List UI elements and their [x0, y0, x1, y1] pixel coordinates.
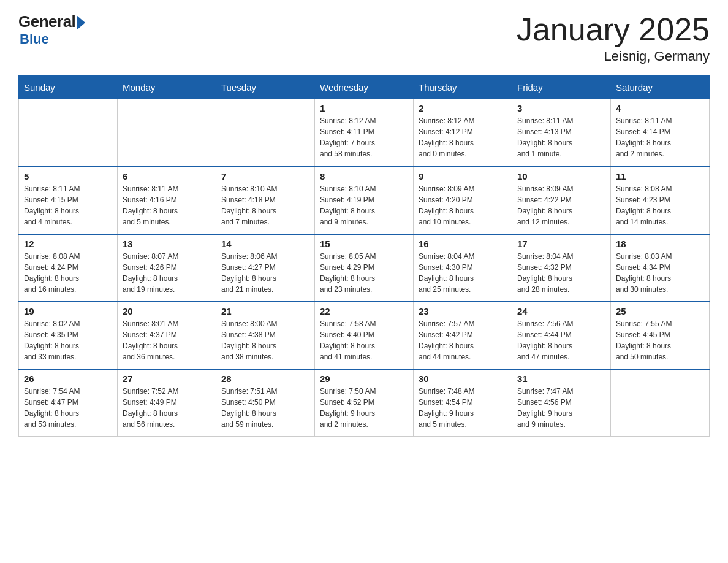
calendar-week-row: 12Sunrise: 8:08 AM Sunset: 4:24 PM Dayli… [19, 234, 710, 302]
day-number: 3 [517, 103, 605, 113]
day-info: Sunrise: 8:08 AM Sunset: 4:23 PM Dayligh… [616, 183, 704, 228]
day-number: 20 [123, 306, 211, 316]
day-info: Sunrise: 8:00 AM Sunset: 4:38 PM Dayligh… [221, 318, 309, 362]
day-info: Sunrise: 7:57 AM Sunset: 4:42 PM Dayligh… [419, 318, 507, 362]
day-info: Sunrise: 7:52 AM Sunset: 4:49 PM Dayligh… [123, 386, 211, 430]
calendar-header-cell: Thursday [414, 76, 512, 99]
calendar-cell: 26Sunrise: 7:54 AM Sunset: 4:47 PM Dayli… [19, 369, 118, 437]
calendar-cell: 14Sunrise: 8:06 AM Sunset: 4:27 PM Dayli… [216, 234, 315, 302]
day-number: 22 [320, 306, 408, 316]
day-number: 21 [221, 306, 309, 316]
day-number: 1 [320, 103, 408, 113]
calendar-cell: 24Sunrise: 7:56 AM Sunset: 4:44 PM Dayli… [512, 302, 611, 369]
day-info: Sunrise: 7:47 AM Sunset: 4:56 PM Dayligh… [517, 386, 605, 430]
day-number: 28 [221, 373, 309, 384]
day-number: 15 [320, 239, 408, 249]
day-number: 27 [123, 373, 211, 384]
calendar-cell: 31Sunrise: 7:47 AM Sunset: 4:56 PM Dayli… [512, 369, 611, 437]
day-number: 23 [419, 306, 507, 316]
day-number: 12 [24, 239, 112, 249]
day-info: Sunrise: 8:12 AM Sunset: 4:11 PM Dayligh… [320, 115, 408, 159]
day-info: Sunrise: 7:50 AM Sunset: 4:52 PM Dayligh… [320, 386, 408, 430]
calendar-header-cell: Tuesday [216, 76, 315, 99]
day-number: 30 [419, 373, 507, 384]
day-info: Sunrise: 8:11 AM Sunset: 4:15 PM Dayligh… [24, 183, 112, 228]
day-info: Sunrise: 7:56 AM Sunset: 4:44 PM Dayligh… [517, 318, 605, 362]
calendar-cell: 17Sunrise: 8:04 AM Sunset: 4:32 PM Dayli… [512, 234, 611, 302]
day-info: Sunrise: 8:03 AM Sunset: 4:34 PM Dayligh… [616, 251, 704, 295]
day-number: 13 [123, 239, 211, 249]
calendar-cell: 1Sunrise: 8:12 AM Sunset: 4:11 PM Daylig… [315, 99, 414, 167]
calendar-cell: 19Sunrise: 8:02 AM Sunset: 4:35 PM Dayli… [19, 302, 118, 369]
day-number: 18 [616, 239, 704, 249]
calendar-cell: 29Sunrise: 7:50 AM Sunset: 4:52 PM Dayli… [315, 369, 414, 437]
day-number: 4 [616, 103, 704, 113]
day-number: 5 [24, 171, 112, 182]
day-info: Sunrise: 7:51 AM Sunset: 4:50 PM Dayligh… [221, 386, 309, 430]
calendar-cell: 13Sunrise: 8:07 AM Sunset: 4:26 PM Dayli… [118, 234, 216, 302]
day-info: Sunrise: 8:07 AM Sunset: 4:26 PM Dayligh… [123, 251, 211, 295]
calendar-header-cell: Monday [118, 76, 216, 99]
day-info: Sunrise: 8:11 AM Sunset: 4:14 PM Dayligh… [616, 115, 704, 159]
calendar-cell: 22Sunrise: 7:58 AM Sunset: 4:40 PM Dayli… [315, 302, 414, 369]
page-title: January 2025 [517, 12, 710, 47]
day-number: 14 [221, 239, 309, 249]
calendar-cell: 16Sunrise: 8:04 AM Sunset: 4:30 PM Dayli… [414, 234, 512, 302]
day-number: 24 [517, 306, 605, 316]
calendar-cell: 8Sunrise: 8:10 AM Sunset: 4:19 PM Daylig… [315, 167, 414, 234]
day-number: 25 [616, 306, 704, 316]
calendar-cell: 30Sunrise: 7:48 AM Sunset: 4:54 PM Dayli… [414, 369, 512, 437]
calendar-cell: 7Sunrise: 8:10 AM Sunset: 4:18 PM Daylig… [216, 167, 315, 234]
calendar-cell: 15Sunrise: 8:05 AM Sunset: 4:29 PM Dayli… [315, 234, 414, 302]
day-number: 11 [616, 171, 704, 182]
logo-general-text: General [18, 12, 75, 31]
calendar-cell [118, 99, 216, 167]
calendar-cell: 25Sunrise: 7:55 AM Sunset: 4:45 PM Dayli… [611, 302, 710, 369]
calendar-cell [611, 369, 710, 437]
day-info: Sunrise: 7:48 AM Sunset: 4:54 PM Dayligh… [419, 386, 507, 430]
calendar-cell: 21Sunrise: 8:00 AM Sunset: 4:38 PM Dayli… [216, 302, 315, 369]
day-info: Sunrise: 7:55 AM Sunset: 4:45 PM Dayligh… [616, 318, 704, 362]
calendar-cell: 11Sunrise: 8:08 AM Sunset: 4:23 PM Dayli… [611, 167, 710, 234]
day-number: 9 [419, 171, 507, 182]
calendar-cell: 28Sunrise: 7:51 AM Sunset: 4:50 PM Dayli… [216, 369, 315, 437]
calendar-cell: 4Sunrise: 8:11 AM Sunset: 4:14 PM Daylig… [611, 99, 710, 167]
logo: General Blue [18, 12, 85, 47]
calendar-header-row: SundayMondayTuesdayWednesdayThursdayFrid… [19, 76, 710, 99]
day-number: 2 [419, 103, 507, 113]
day-info: Sunrise: 7:54 AM Sunset: 4:47 PM Dayligh… [24, 386, 112, 430]
day-info: Sunrise: 8:10 AM Sunset: 4:18 PM Dayligh… [221, 183, 309, 228]
calendar-cell: 6Sunrise: 8:11 AM Sunset: 4:16 PM Daylig… [118, 167, 216, 234]
calendar-cell: 23Sunrise: 7:57 AM Sunset: 4:42 PM Dayli… [414, 302, 512, 369]
day-info: Sunrise: 8:05 AM Sunset: 4:29 PM Dayligh… [320, 251, 408, 295]
page-subtitle: Leisnig, Germany [517, 48, 710, 64]
calendar-header-cell: Saturday [611, 76, 710, 99]
calendar-cell: 2Sunrise: 8:12 AM Sunset: 4:12 PM Daylig… [414, 99, 512, 167]
day-info: Sunrise: 8:01 AM Sunset: 4:37 PM Dayligh… [123, 318, 211, 362]
calendar-cell: 9Sunrise: 8:09 AM Sunset: 4:20 PM Daylig… [414, 167, 512, 234]
day-info: Sunrise: 8:11 AM Sunset: 4:16 PM Dayligh… [123, 183, 211, 228]
day-info: Sunrise: 8:06 AM Sunset: 4:27 PM Dayligh… [221, 251, 309, 295]
day-info: Sunrise: 8:11 AM Sunset: 4:13 PM Dayligh… [517, 115, 605, 159]
day-info: Sunrise: 8:10 AM Sunset: 4:19 PM Dayligh… [320, 183, 408, 228]
calendar-cell: 10Sunrise: 8:09 AM Sunset: 4:22 PM Dayli… [512, 167, 611, 234]
day-number: 26 [24, 373, 112, 384]
calendar-cell: 18Sunrise: 8:03 AM Sunset: 4:34 PM Dayli… [611, 234, 710, 302]
calendar-table: SundayMondayTuesdayWednesdayThursdayFrid… [18, 75, 710, 437]
day-info: Sunrise: 8:04 AM Sunset: 4:30 PM Dayligh… [419, 251, 507, 295]
calendar-header-cell: Sunday [19, 76, 118, 99]
day-info: Sunrise: 8:12 AM Sunset: 4:12 PM Dayligh… [419, 115, 507, 159]
logo-blue-text: Blue [20, 31, 49, 47]
calendar-cell: 3Sunrise: 8:11 AM Sunset: 4:13 PM Daylig… [512, 99, 611, 167]
calendar-body: 1Sunrise: 8:12 AM Sunset: 4:11 PM Daylig… [19, 99, 710, 437]
day-number: 7 [221, 171, 309, 182]
calendar-cell: 27Sunrise: 7:52 AM Sunset: 4:49 PM Dayli… [118, 369, 216, 437]
calendar-week-row: 19Sunrise: 8:02 AM Sunset: 4:35 PM Dayli… [19, 302, 710, 369]
day-number: 10 [517, 171, 605, 182]
day-info: Sunrise: 8:02 AM Sunset: 4:35 PM Dayligh… [24, 318, 112, 362]
calendar-cell: 5Sunrise: 8:11 AM Sunset: 4:15 PM Daylig… [19, 167, 118, 234]
day-info: Sunrise: 8:04 AM Sunset: 4:32 PM Dayligh… [517, 251, 605, 295]
calendar-cell: 12Sunrise: 8:08 AM Sunset: 4:24 PM Dayli… [19, 234, 118, 302]
day-info: Sunrise: 8:09 AM Sunset: 4:22 PM Dayligh… [517, 183, 605, 228]
calendar-header-cell: Friday [512, 76, 611, 99]
